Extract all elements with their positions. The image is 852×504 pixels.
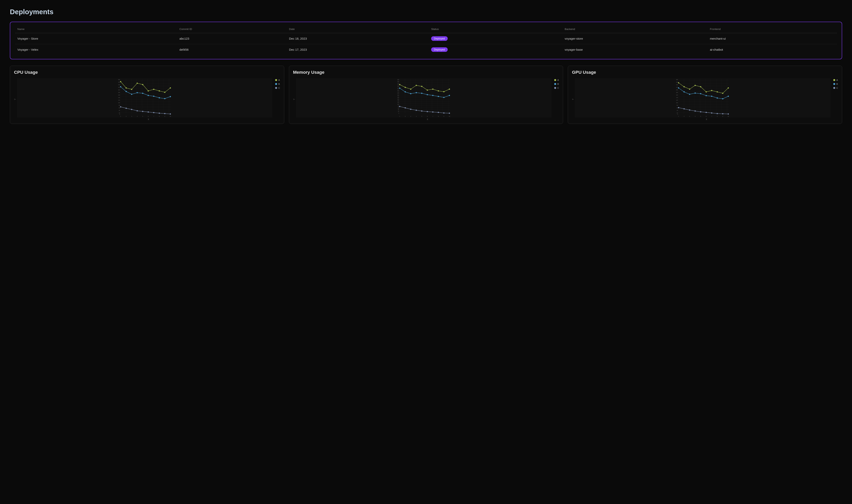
svg-text:240: 240 [676,84,678,85]
svg-point-66 [449,89,450,90]
svg-text:260: 260 [118,82,120,83]
svg-point-128 [706,95,707,96]
cpu-point-a3 [137,83,138,84]
memory-legend-c: C [554,87,559,89]
memory-chart-title: Memory Usage [293,70,559,75]
col-header-date: Date [287,26,429,33]
svg-text:260: 260 [676,82,678,83]
svg-text:0: 0 [677,114,678,115]
svg-point-57 [399,84,400,85]
svg-text:140: 140 [397,101,399,102]
cpu-legend-a: A [275,79,280,81]
svg-text:8: 8 [159,116,160,117]
svg-point-60 [416,85,417,86]
cpu-y-label: Y [14,98,16,100]
cpu-point-b8 [164,98,165,99]
cpu-point-c9 [170,113,171,114]
cpu-point-a9 [170,87,171,89]
row0-name: Voyager - Store [15,33,177,44]
svg-text:3: 3 [689,116,690,117]
svg-text:260: 260 [397,90,399,91]
svg-point-125 [689,94,690,95]
memory-legend: A B C [551,78,559,89]
cpu-point-a2 [131,89,132,90]
cpu-chart-inner: 280 260 240 220 200 180 160 140 120 100 … [17,78,280,121]
svg-point-72 [427,94,428,95]
svg-point-77 [399,106,400,107]
col-header-name: Name [15,26,177,33]
cpu-point-c7 [159,113,160,114]
svg-point-86 [449,113,450,114]
svg-point-116 [695,85,696,86]
svg-point-71 [421,93,422,94]
cpu-point-a8 [164,92,165,93]
svg-point-79 [410,109,411,110]
cpu-point-b9 [170,96,171,97]
row1-commit: def456 [177,44,287,55]
memory-usage-card: Memory Usage Y 380 360 340 3 [289,66,563,124]
cpu-point-b1 [126,91,127,92]
col-header-backend: Backend [562,26,707,33]
svg-text:4: 4 [137,116,138,117]
cpu-legend-b: B [275,83,280,85]
svg-text:180: 180 [118,92,120,93]
row0-date: Dec 18, 2023 [287,33,429,44]
svg-text:200: 200 [118,89,120,90]
svg-point-130 [717,97,718,98]
svg-point-74 [438,96,439,97]
svg-point-82 [427,111,428,112]
cpu-legend-dot-b [275,83,277,85]
svg-point-118 [706,91,707,92]
memory-legend-dot-b [554,83,556,85]
svg-point-136 [695,110,696,112]
memory-chart-area: Y 380 360 340 320 300 [293,78,559,121]
svg-point-80 [416,110,417,111]
cpu-point-c3 [137,110,138,111]
svg-text:5: 5 [142,116,143,117]
svg-text:20: 20 [398,111,399,112]
row1-name: Voyager - Velex [15,44,177,55]
svg-text:20: 20 [119,112,120,113]
svg-point-133 [678,107,679,108]
svg-point-129 [711,96,712,97]
cpu-point-c0 [120,106,121,107]
svg-text:200: 200 [676,89,678,90]
svg-text:80: 80 [398,106,399,107]
cpu-point-b2 [131,94,132,95]
cpu-legend-dot-c [275,87,277,89]
svg-text:6: 6 [148,116,149,117]
cpu-chart-with-legend: 280 260 240 220 200 180 160 140 120 100 … [17,78,280,118]
svg-point-114 [684,86,685,87]
svg-point-137 [700,111,701,112]
svg-text:300: 300 [397,86,399,87]
svg-text:220: 220 [676,87,678,88]
cpu-point-b3 [137,92,138,93]
cpu-usage-card: CPU Usage Y 280 260 [10,66,284,124]
svg-rect-0 [121,79,171,113]
deployments-table: Name Commit ID Date Status Backend Front… [15,26,837,55]
svg-point-131 [722,98,723,100]
svg-text:80: 80 [677,105,678,106]
gpu-chart-area: Y 280 260 240 220 200 [572,78,838,121]
svg-text:100: 100 [676,102,678,103]
svg-point-113 [678,82,679,84]
cpu-point-a6 [153,89,155,90]
svg-point-139 [711,112,712,113]
cpu-point-c1 [126,108,127,109]
gpu-legend-b: B [833,83,838,85]
gpu-x-label: X [575,118,838,121]
col-header-frontend: Frontend [707,26,837,33]
svg-text:120: 120 [676,100,678,101]
svg-text:1: 1 [678,116,679,117]
cpu-point-c8 [164,113,165,114]
svg-point-61 [421,86,422,87]
svg-point-68 [404,91,406,92]
svg-point-84 [438,112,439,113]
svg-text:10: 10 [449,116,450,117]
svg-text:280: 280 [397,88,399,89]
deployments-table-container: Name Commit ID Date Status Backend Front… [10,22,842,59]
memory-legend-dot-a [554,79,556,81]
svg-point-73 [432,95,433,96]
svg-point-123 [678,87,679,89]
cpu-point-c5 [148,111,149,113]
